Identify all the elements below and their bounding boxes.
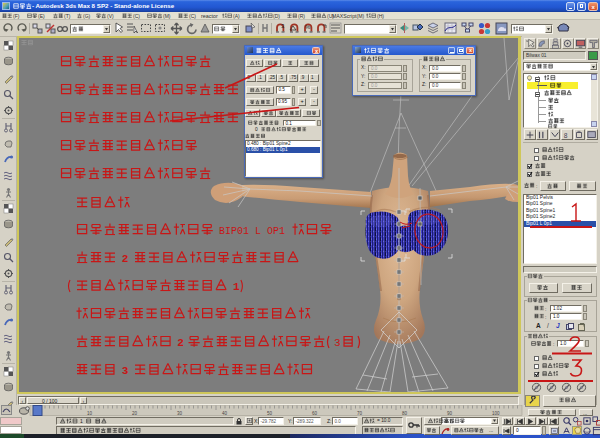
svg-text:60: 60 [312,410,318,415]
svg-text:10: 10 [87,410,93,415]
svg-text:8: 8 [564,131,568,138]
svg-text:70: 70 [357,410,363,415]
svg-text:3: 3 [281,23,285,29]
svg-text:80: 80 [402,410,408,415]
svg-text:40: 40 [222,410,228,415]
svg-text:50: 50 [267,410,273,415]
svg-text:90: 90 [447,410,453,415]
svg-text:100: 100 [492,410,500,415]
svg-text:30: 30 [177,410,183,415]
svg-text:20: 20 [132,410,138,415]
svg-text:%: % [305,24,311,30]
